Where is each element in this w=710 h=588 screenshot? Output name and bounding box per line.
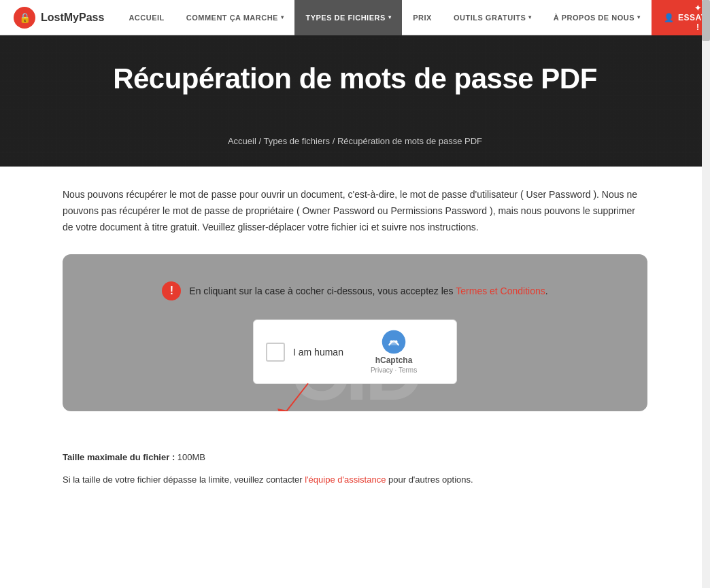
- captcha-label: I am human: [293, 347, 343, 358]
- main-nav: ACCUEIL COMMENT ÇA MARCHE ▾ TYPES DE FIC…: [118, 0, 651, 35]
- captcha-checkbox[interactable]: [266, 343, 285, 362]
- chevron-down-icon: ▾: [388, 14, 392, 20]
- nav-item-prix[interactable]: PRIX: [402, 0, 443, 35]
- nav-item-outils[interactable]: OUTILS GRATUITS ▾: [443, 0, 543, 35]
- breadcrumb-current: Récupération de mots de passe PDF: [337, 136, 482, 146]
- alert-text: En cliquant sur la case à cocher ci-dess…: [189, 286, 547, 296]
- header: 🔒 LostMyPass ACCUEIL COMMENT ÇA MARCHE ▾…: [0, 0, 710, 35]
- captcha-links: Privacy · Terms: [371, 366, 417, 374]
- svg-marker-4: [277, 409, 288, 411]
- chevron-down-icon: ▾: [637, 14, 641, 20]
- logo-text: LostMyPass: [41, 12, 104, 24]
- nav-item-comment[interactable]: COMMENT ÇA MARCHE ▾: [175, 0, 295, 35]
- nav-item-types[interactable]: TYPES DE FICHIERS ▾: [294, 0, 402, 35]
- captcha-brand: hCaptcha Privacy · Terms: [371, 330, 417, 374]
- svg-line-3: [284, 383, 308, 411]
- main-content: Nous pouvons récupérer le mot de passe p…: [49, 167, 661, 451]
- captcha-brand-name: hCaptcha: [375, 356, 413, 365]
- breadcrumb: Accueil / Types de fichiers / Récupérati…: [14, 136, 696, 146]
- logo-icon: 🔒: [14, 7, 35, 29]
- scrollbar-track[interactable]: [702, 0, 710, 509]
- page-title: Récupération de mots de passe PDF: [14, 63, 696, 95]
- nav-item-accueil[interactable]: ACCUEIL: [118, 0, 175, 35]
- captcha-checkbox-area: I am human: [266, 343, 343, 362]
- captcha-terms-link[interactable]: Terms: [399, 366, 417, 374]
- captcha-arrow: [274, 380, 328, 411]
- support-team-link[interactable]: l'équipe d'assistance: [305, 474, 386, 485]
- captcha-privacy-link[interactable]: Privacy: [371, 366, 393, 374]
- breadcrumb-home[interactable]: Accueil: [228, 136, 256, 146]
- upload-box[interactable]: CID ! En cliquant sur la case à cocher c…: [63, 254, 647, 411]
- hero-section: Récupération de mots de passe PDF Accuei…: [0, 35, 710, 167]
- intro-paragraph: Nous pouvons récupérer le mot de passe p…: [63, 187, 647, 235]
- chevron-down-icon: ▾: [281, 14, 284, 20]
- svg-point-1: [390, 341, 393, 343]
- person-icon: 👤: [664, 13, 675, 22]
- hcaptcha-logo: [382, 330, 406, 354]
- terms-conditions-link[interactable]: Termes et Conditions: [456, 286, 545, 296]
- logo[interactable]: 🔒 LostMyPass: [14, 7, 104, 29]
- svg-point-2: [395, 341, 398, 343]
- max-file-size: Taille maximale du fichier : 100MB: [63, 451, 647, 465]
- svg-point-0: [382, 330, 406, 354]
- breadcrumb-separator2: /: [333, 136, 337, 146]
- scrollbar-thumb[interactable]: [702, 0, 710, 41]
- captcha-widget[interactable]: I am human hCaptcha Privacy ·: [253, 319, 457, 384]
- breadcrumb-types[interactable]: Types de fichiers: [263, 136, 330, 146]
- alert-row: ! En cliquant sur la case à cocher ci-de…: [83, 281, 627, 300]
- chevron-down-icon: ▾: [528, 14, 532, 20]
- alert-icon: !: [162, 281, 181, 300]
- contact-info: Si la taille de votre fichier dépasse la…: [63, 473, 647, 487]
- max-size-value: 100MB: [178, 452, 205, 462]
- nav-item-apropos[interactable]: À PROPOS DE NOUS ▾: [543, 0, 652, 35]
- footer-info: Taille maximale du fichier : 100MB Si la…: [49, 451, 661, 509]
